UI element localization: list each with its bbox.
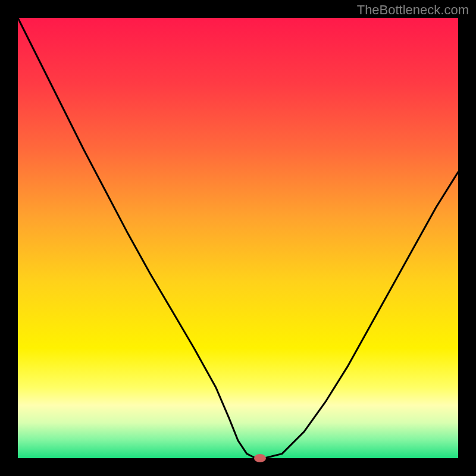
minimum-marker	[254, 454, 266, 462]
chart-container: TheBottleneck.com	[0, 0, 476, 476]
watermark-text: TheBottleneck.com	[357, 2, 469, 18]
bottleneck-chart	[0, 0, 476, 476]
chart-background	[18, 18, 458, 458]
